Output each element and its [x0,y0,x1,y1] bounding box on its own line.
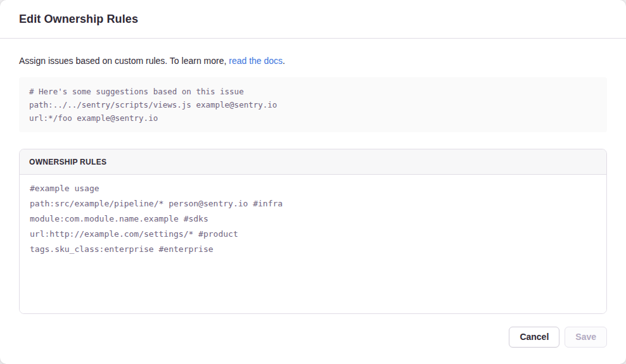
modal-footer: Cancel Save [19,327,607,348]
save-button[interactable]: Save [565,327,607,348]
suggestions-block: # Here's some suggestions based on this … [19,77,607,132]
modal-header: Edit Ownership Rules [0,0,626,39]
ownership-rules-panel: OWNERSHIP RULES #example usage path:src/… [19,149,607,314]
edit-ownership-rules-modal: Edit Ownership Rules Assign issues based… [0,0,626,364]
read-the-docs-link[interactable]: read the docs [229,56,283,66]
ownership-rules-input[interactable]: #example usage path:src/example/pipeline… [20,175,606,313]
modal-body: Assign issues based on custom rules. To … [0,39,626,364]
cancel-button[interactable]: Cancel [509,327,559,348]
description-text: Assign issues based on custom rules. To … [19,54,607,67]
description-suffix: . [283,56,285,66]
ownership-rules-panel-header: OWNERSHIP RULES [20,149,606,175]
description-lead: Assign issues based on custom rules. To … [19,56,229,66]
page-title: Edit Ownership Rules [19,13,138,26]
